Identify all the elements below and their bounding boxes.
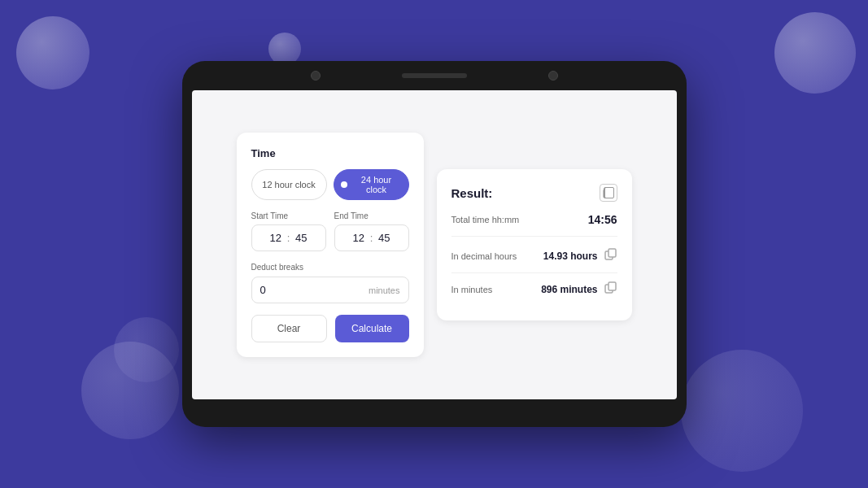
time-card-title: Time xyxy=(251,147,409,159)
svg-rect-0 xyxy=(604,190,611,198)
result-card: Result: Total time hh:mm 14:56 In decima… xyxy=(437,169,632,320)
end-hours: 12 xyxy=(351,232,367,244)
start-hours: 12 xyxy=(268,232,284,244)
minutes-value: 896 minutes xyxy=(541,284,597,295)
active-dot xyxy=(341,181,347,188)
decorative-bubble-ml xyxy=(81,342,179,439)
minutes-row: In minutes 896 minutes xyxy=(451,273,617,306)
copy-decimal-button[interactable] xyxy=(604,248,617,264)
decorative-bubble-tm xyxy=(268,33,301,65)
end-time-label: End Time xyxy=(334,211,409,220)
decorative-bubble-tr xyxy=(774,12,856,94)
tablet-frame: Time 12 hour clock 24 hour clock Start T… xyxy=(182,61,687,427)
12-hour-clock-button[interactable]: 12 hour clock xyxy=(251,169,327,200)
copy-minutes-icon xyxy=(604,281,617,294)
deduct-unit: minutes xyxy=(369,285,400,295)
start-separator: : xyxy=(287,232,290,244)
24-hour-label: 24 hour clock xyxy=(351,175,402,194)
result-header: Result: xyxy=(451,184,617,202)
copy-all-icon xyxy=(603,187,614,198)
action-buttons: Clear Calculate xyxy=(251,315,409,342)
total-time-row: Total time hh:mm 14:56 xyxy=(451,213,617,237)
24-hour-clock-button[interactable]: 24 hour clock xyxy=(334,169,409,200)
start-time-input[interactable]: 12 : 45 xyxy=(251,224,326,251)
end-time-input[interactable]: 12 : 45 xyxy=(334,224,409,251)
end-time-group: End Time 12 : 45 xyxy=(334,211,409,251)
camera-left xyxy=(311,71,321,81)
speaker xyxy=(402,73,467,78)
clock-toggle-group: 12 hour clock 24 hour clock xyxy=(251,169,409,200)
end-minutes: 45 xyxy=(376,232,392,244)
deduct-breaks-input[interactable]: 0 minutes xyxy=(251,277,409,303)
decorative-bubble-ml2 xyxy=(114,317,179,382)
decimal-hours-label: In decimal hours xyxy=(451,251,517,261)
deduct-value: 0 xyxy=(260,284,266,296)
decorative-bubble-mr xyxy=(681,350,803,472)
time-inputs-row: Start Time 12 : 45 End Time 12 : 45 xyxy=(251,211,409,251)
camera-right xyxy=(548,71,558,81)
start-time-group: Start Time 12 : 45 xyxy=(251,211,326,251)
svg-rect-1 xyxy=(606,188,613,196)
calculate-button[interactable]: Calculate xyxy=(335,315,409,342)
decimal-hours-row: In decimal hours 14.93 hours xyxy=(451,240,617,273)
end-separator: : xyxy=(370,232,373,244)
decimal-hours-value: 14.93 hours xyxy=(543,251,598,262)
copy-all-button[interactable] xyxy=(600,184,617,202)
minutes-right: 896 minutes xyxy=(541,281,617,298)
svg-rect-3 xyxy=(608,249,616,257)
svg-rect-5 xyxy=(608,282,616,290)
tablet-screen: Time 12 hour clock 24 hour clock Start T… xyxy=(192,90,677,399)
copy-minutes-button[interactable] xyxy=(604,281,617,298)
decimal-hours-right: 14.93 hours xyxy=(543,248,617,264)
copy-decimal-icon xyxy=(604,248,617,261)
clear-button[interactable]: Clear xyxy=(251,315,327,342)
time-card: Time 12 hour clock 24 hour clock Start T… xyxy=(237,133,424,357)
start-minutes: 45 xyxy=(293,232,309,244)
tablet-top-bar xyxy=(182,61,687,90)
total-time-label: Total time hh:mm xyxy=(451,215,520,224)
total-time-value: 14:56 xyxy=(588,213,617,226)
minutes-label: In minutes xyxy=(451,285,493,294)
start-time-label: Start Time xyxy=(251,211,326,220)
result-title: Result: xyxy=(451,186,493,200)
deduct-breaks-label: Deduct breaks xyxy=(251,263,409,272)
decorative-bubble-tl xyxy=(16,16,89,89)
